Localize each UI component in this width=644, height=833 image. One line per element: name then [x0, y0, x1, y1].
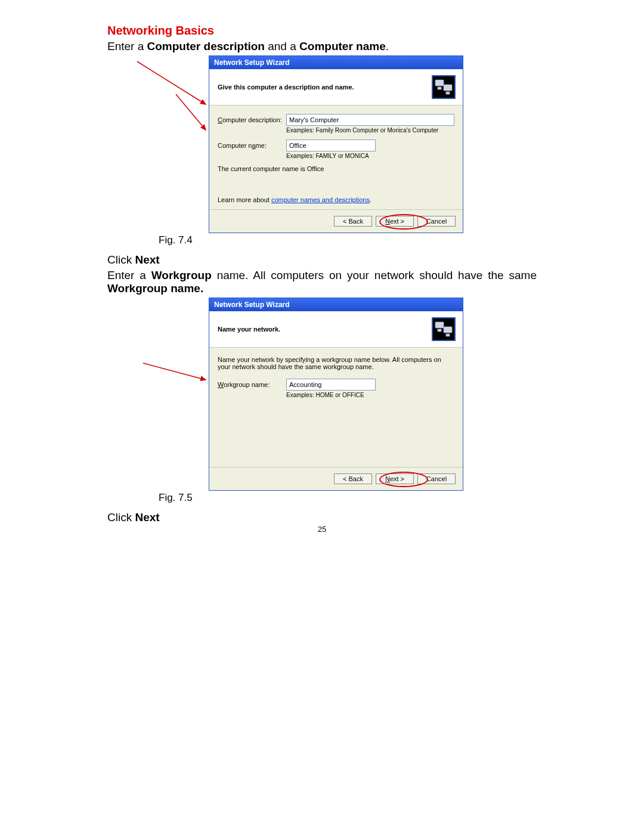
titlebar: Network Setup Wizard [209, 56, 463, 69]
text: < Back [343, 475, 363, 482]
figure-7-5: Network Setup Wizard Name your network. … [158, 298, 465, 491]
titlebar: Network Setup Wizard [209, 298, 463, 311]
workgroup-examples: Examples: HOME or OFFICE [286, 392, 454, 398]
text: Computer n [218, 142, 252, 149]
svg-rect-5 [446, 92, 450, 94]
computer-description-input[interactable] [286, 114, 454, 126]
text: Click [107, 511, 135, 524]
next-button[interactable]: Next > [376, 216, 414, 227]
text: . [370, 196, 371, 203]
computers-icon [432, 317, 456, 341]
section-title: Networking Basics [107, 24, 537, 38]
cancel-button[interactable]: Cancel [417, 473, 456, 484]
figure-caption-2: Fig. 7.5 [159, 492, 537, 504]
wizard-footer: < Back Next > Cancel [209, 467, 463, 490]
wizard-body: Computer description: Examples: Family R… [209, 106, 463, 209]
text: The current computer name is [218, 165, 307, 172]
svg-rect-7 [435, 322, 444, 328]
text: . [386, 40, 389, 52]
page-number: 25 [0, 525, 644, 534]
text: Enter a [107, 269, 151, 281]
wizard-dialog-2: Network Setup Wizard Name your network. … [209, 298, 463, 491]
svg-rect-3 [444, 85, 452, 91]
computer-description-row: Computer description: [218, 114, 454, 126]
name-examples: Examples: FAMILY or MONICA [286, 153, 454, 159]
bold: Workgroup [151, 269, 212, 281]
wizard-footer: < Back Next > Cancel [209, 209, 463, 233]
workgroup-label: Workgroup name: [218, 381, 286, 388]
text: and a [265, 40, 299, 52]
next-button[interactable]: Next > [376, 473, 414, 484]
wizard-header: Give this computer a description and nam… [209, 69, 463, 106]
figure-caption-1: Fig. 7.4 [159, 234, 537, 246]
current-name-line: The current computer name is Office [218, 165, 454, 172]
computer-name-row: Computer name: [218, 140, 454, 151]
svg-rect-4 [438, 87, 441, 89]
underline: N [385, 475, 390, 482]
svg-line-6 [143, 363, 206, 380]
instruction-2: Enter a Workgroup name. All computers on… [107, 269, 537, 295]
computers-icon [432, 75, 456, 99]
workgroup-input[interactable] [286, 379, 376, 391]
bold: Computer name [299, 40, 386, 52]
svg-rect-9 [438, 329, 441, 332]
learn-more-link[interactable]: computer names and descriptions [271, 196, 370, 203]
click-next-2: Click Next [107, 511, 537, 524]
text: ext > [390, 218, 404, 225]
text: orkgroup name: [224, 381, 270, 388]
computer-description-label: Computer description: [218, 116, 286, 123]
text: Click [107, 253, 135, 266]
click-next-1: Click Next [107, 253, 537, 267]
svg-line-1 [176, 94, 206, 130]
workgroup-row: Workgroup name: [218, 379, 454, 391]
body-text: Name your network by specifying a workgr… [218, 356, 454, 370]
svg-line-0 [137, 61, 206, 104]
text: < Back [343, 218, 363, 225]
bold: Computer description [147, 40, 265, 52]
wizard-header: Name your network. [209, 311, 463, 348]
instruction-1: Enter a Computer description and a Compu… [107, 40, 537, 53]
svg-rect-2 [435, 80, 444, 86]
text: Enter a [107, 40, 147, 52]
bold: Next [135, 511, 159, 524]
computer-name-input[interactable] [286, 140, 376, 151]
text: me: [256, 142, 267, 149]
svg-rect-8 [444, 327, 452, 333]
description-examples: Examples: Family Room Computer or Monica… [286, 127, 454, 134]
bold: Next [135, 253, 159, 266]
current-name-value: Office [307, 165, 324, 172]
underline: N [385, 218, 390, 225]
computer-name-label: Computer name: [218, 142, 286, 149]
figure-7-4: Network Setup Wizard Give this computer … [158, 55, 465, 233]
learn-more-line: Learn more about computer names and desc… [218, 196, 454, 203]
wizard-body: Name your network by specifying a workgr… [209, 348, 463, 467]
text: omputer description: [222, 116, 282, 123]
wizard-dialog-1: Network Setup Wizard Give this computer … [209, 55, 463, 233]
text: ext > [390, 475, 404, 482]
cancel-button[interactable]: Cancel [417, 216, 456, 227]
back-button[interactable]: < Back [334, 216, 372, 227]
text: name. All computers on your network shou… [212, 269, 537, 281]
underline: C [218, 116, 222, 123]
svg-rect-10 [446, 334, 450, 336]
header-text: Give this computer a description and nam… [218, 83, 354, 91]
back-button[interactable]: < Back [334, 473, 372, 484]
header-text: Name your network. [218, 326, 280, 333]
underline: W [218, 381, 224, 388]
text: Learn more about [218, 196, 271, 203]
bold: Workgroup name. [107, 282, 203, 295]
